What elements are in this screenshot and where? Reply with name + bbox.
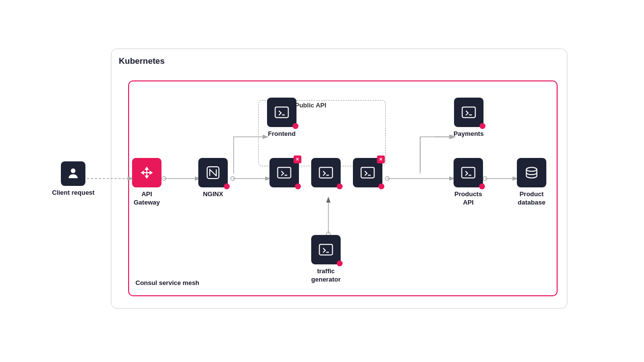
api-gateway-icon bbox=[132, 158, 161, 187]
public-api-3-icon bbox=[353, 158, 382, 187]
payments-icon bbox=[454, 98, 483, 127]
traffic-gen-icon bbox=[311, 235, 341, 264]
public-api-2-icon bbox=[311, 158, 341, 187]
products-api-node: ProductsAPI bbox=[454, 158, 483, 207]
svg-rect-19 bbox=[320, 167, 333, 178]
product-db-label: Productdatabase bbox=[518, 190, 545, 207]
svg-rect-18 bbox=[278, 167, 291, 178]
svg-rect-20 bbox=[361, 167, 375, 178]
product-database-node: Productdatabase bbox=[517, 158, 546, 207]
public-api-1-icon bbox=[269, 158, 299, 187]
traffic-generator-node: trafficgenerator bbox=[311, 235, 341, 284]
client-node: Client request bbox=[52, 161, 95, 197]
payments-label: Payments bbox=[454, 130, 483, 138]
traffic-gen-label: trafficgenerator bbox=[311, 267, 341, 284]
public-api-node-1 bbox=[269, 158, 299, 187]
consul-label: Consul service mesh bbox=[135, 279, 199, 286]
frontend-icon bbox=[267, 98, 296, 127]
diagram-canvas: Kubernetes Consul service mesh Public AP… bbox=[52, 29, 592, 333]
nginx-node: NGINX bbox=[198, 158, 228, 199]
client-label: Client request bbox=[52, 189, 95, 197]
svg-rect-23 bbox=[462, 167, 475, 178]
client-icon bbox=[61, 161, 85, 186]
api-gateway-node: APIGateway bbox=[132, 158, 161, 207]
nginx-label: NGINX bbox=[203, 190, 223, 199]
frontend-label: Frontend bbox=[268, 130, 295, 138]
svg-rect-22 bbox=[462, 107, 475, 117]
svg-point-24 bbox=[526, 167, 537, 171]
svg-rect-21 bbox=[320, 244, 333, 255]
products-api-icon bbox=[454, 158, 483, 187]
products-api-label: ProductsAPI bbox=[455, 190, 482, 207]
kubernetes-label: Kubernetes bbox=[119, 56, 165, 66]
payments-node: Payments bbox=[454, 98, 483, 138]
svg-rect-17 bbox=[275, 107, 289, 117]
svg-point-15 bbox=[71, 169, 76, 173]
public-api-node-3 bbox=[353, 158, 382, 187]
error-badge-3 bbox=[377, 155, 385, 163]
nginx-icon bbox=[198, 158, 228, 187]
error-badge-1 bbox=[294, 155, 301, 163]
product-db-icon bbox=[517, 158, 546, 187]
public-api-node-2 bbox=[311, 158, 341, 187]
public-api-label: Public API bbox=[295, 102, 326, 109]
api-gateway-label: APIGateway bbox=[134, 190, 160, 207]
frontend-node: Frontend bbox=[267, 98, 296, 138]
